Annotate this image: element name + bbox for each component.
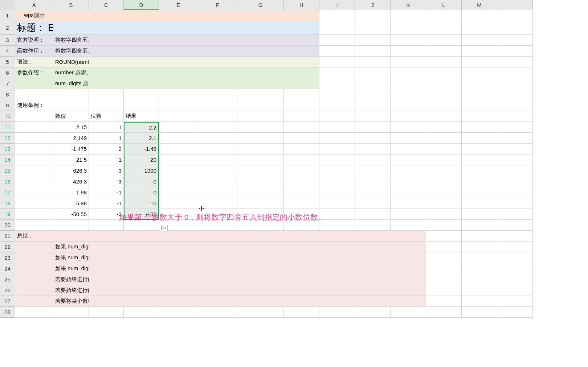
cell-F13[interactable] — [198, 144, 237, 154]
cell-A24[interactable] — [15, 263, 53, 274]
cell-I20[interactable] — [319, 220, 355, 231]
cell-M17[interactable] — [462, 187, 497, 198]
cell-J28[interactable] — [355, 307, 391, 318]
cell-A12[interactable] — [15, 133, 53, 144]
cell-19[interactable] — [497, 209, 533, 220]
row-header-6[interactable]: 6 — [0, 67, 15, 78]
cell-H5[interactable] — [284, 57, 319, 67]
cell-G26[interactable] — [237, 285, 284, 296]
cell-D12[interactable]: 2.1 — [124, 133, 159, 144]
cell-M18[interactable] — [462, 198, 497, 209]
cell-A28[interactable] — [15, 307, 53, 318]
cell-C22[interactable] — [89, 242, 124, 252]
cell-G4[interactable] — [237, 46, 284, 57]
cell-J19[interactable] — [355, 209, 391, 220]
cell-H24[interactable] — [284, 263, 319, 274]
cell-1[interactable] — [497, 10, 533, 21]
cell-D9[interactable] — [124, 100, 159, 111]
cell-A6[interactable]: 参数介绍： — [15, 67, 53, 78]
cell-L26[interactable] — [426, 285, 462, 296]
cell-C13[interactable]: 2 — [89, 144, 124, 154]
cell-J13[interactable] — [355, 144, 391, 154]
cell-L6[interactable] — [426, 67, 462, 78]
cell-M5[interactable] — [462, 57, 497, 67]
col-header-F[interactable]: F — [198, 0, 237, 10]
cell-L17[interactable] — [426, 187, 462, 198]
cell-C26[interactable] — [89, 285, 124, 296]
cell-C21[interactable] — [89, 231, 124, 242]
cell-I17[interactable] — [319, 187, 355, 198]
cell-B24[interactable]: 如果 num_digits 小于 0，则将数字四舍五入到小数点左边的相应位数。 — [53, 263, 89, 274]
cell-C1[interactable] — [89, 10, 124, 21]
cell-G10[interactable] — [237, 111, 284, 122]
row-header-28[interactable]: 28 — [0, 307, 15, 318]
col-header-M[interactable]: M — [462, 0, 497, 10]
row-header-17[interactable]: 17 — [0, 187, 15, 198]
cell-B6[interactable]: number 必需。 要四舍五入的数字。 — [53, 67, 89, 78]
cell-A25[interactable] — [15, 274, 53, 285]
cell-A19[interactable] — [15, 209, 53, 220]
cell-B15[interactable]: 626.3 — [53, 165, 89, 176]
cell-D4[interactable] — [124, 46, 159, 57]
cell-B23[interactable]: 如果 num_digits 等于 0，则将数字四舍五入到最接近的整数。 — [53, 252, 89, 263]
cell-C3[interactable] — [89, 35, 124, 46]
cell-J26[interactable] — [355, 285, 391, 296]
cell-21[interactable] — [497, 231, 533, 242]
cell-D15[interactable]: 1000 — [124, 165, 159, 176]
row-header-12[interactable]: 12 — [0, 133, 15, 144]
cell-C4[interactable] — [89, 46, 124, 57]
cell-G22[interactable] — [237, 242, 284, 252]
cell-L23[interactable] — [426, 252, 462, 263]
cell-L24[interactable] — [426, 263, 462, 274]
cell-A13[interactable] — [15, 144, 53, 154]
cell-26[interactable] — [497, 285, 533, 296]
cell-E10[interactable] — [159, 111, 198, 122]
cell-G5[interactable] — [237, 57, 284, 67]
cell-M6[interactable] — [462, 67, 497, 78]
cell-D19[interactable]: -100 — [124, 209, 159, 220]
cell-A14[interactable] — [15, 154, 53, 165]
cell-F8[interactable] — [198, 89, 237, 100]
row-header-21[interactable]: 21 — [0, 231, 15, 242]
cell-A27[interactable] — [15, 296, 53, 307]
cell-G27[interactable] — [237, 296, 284, 307]
row-header-10[interactable]: 10 — [0, 111, 15, 122]
cell-E21[interactable] — [159, 231, 198, 242]
cell-M3[interactable] — [462, 35, 497, 46]
cell-E19[interactable] — [159, 209, 198, 220]
cell-C12[interactable]: 1 — [89, 133, 124, 144]
cell-G18[interactable] — [237, 198, 284, 209]
cell-L27[interactable] — [426, 296, 462, 307]
cell-B11[interactable]: 2.15 — [53, 122, 89, 133]
cell-B1[interactable] — [53, 10, 89, 21]
cell-F12[interactable] — [198, 133, 237, 144]
cell-B27[interactable]: 若要将某个数字四舍五入为指定的倍数（例如，四舍五入为最接近的 0.5 倍），请使… — [53, 296, 89, 307]
cell-10[interactable] — [497, 111, 533, 122]
cell-F27[interactable] — [198, 296, 237, 307]
cell-G20[interactable] — [237, 220, 284, 231]
cell-L10[interactable] — [426, 111, 462, 122]
cell-7[interactable] — [497, 78, 533, 89]
cell-K1[interactable] — [391, 10, 426, 21]
cell-L28[interactable] — [426, 307, 462, 318]
cell-L15[interactable] — [426, 165, 462, 176]
cell-A3[interactable]: 官方说明： — [15, 35, 53, 46]
cell-F9[interactable] — [198, 100, 237, 111]
cell-K4[interactable] — [391, 46, 426, 57]
col-header-A[interactable]: A — [15, 0, 53, 10]
cell-F18[interactable] — [198, 198, 237, 209]
cell-D11[interactable]: 2.2 — [124, 122, 159, 133]
cell-E11[interactable] — [159, 122, 198, 133]
cell-J4[interactable] — [355, 46, 391, 57]
cell-L12[interactable] — [426, 133, 462, 144]
cell-K5[interactable] — [391, 57, 426, 67]
cell-F7[interactable] — [198, 78, 237, 89]
cell-A10[interactable] — [15, 111, 53, 122]
cell-G9[interactable] — [237, 100, 284, 111]
cell-G8[interactable] — [237, 89, 284, 100]
cell-A5[interactable]: 语法： — [15, 57, 53, 67]
cell-E4[interactable] — [159, 46, 198, 57]
cell-B9[interactable] — [53, 100, 89, 111]
cell-M13[interactable] — [462, 144, 497, 154]
cell-F10[interactable] — [198, 111, 237, 122]
